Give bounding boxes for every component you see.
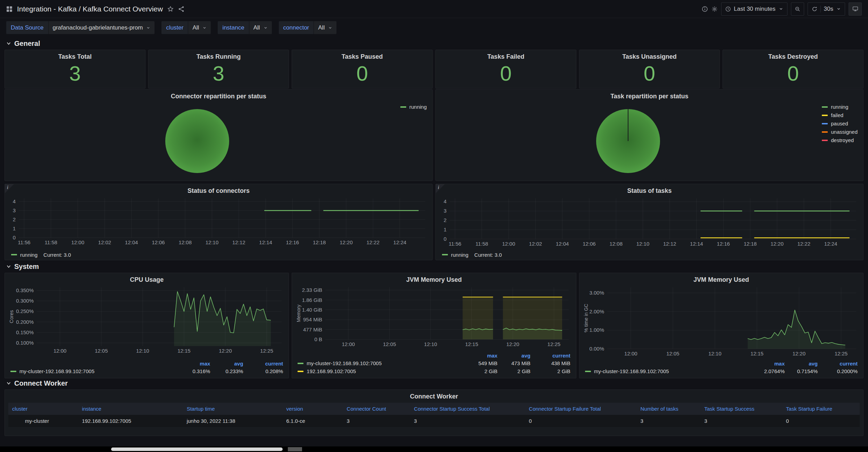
cluster-picker[interactable]: All [188,21,211,34]
column-header-instance[interactable]: instance [78,403,183,415]
legend-avg-value: 2 GiB [498,368,531,374]
legend-header-current[interactable]: current [531,352,570,359]
pie-panel-connector-status: Connector repartition per status running [5,89,433,181]
legend-header-avg[interactable]: avg [785,360,818,367]
refresh-interval-control[interactable]: 30s [808,2,845,16]
cell-number-of-tasks: 3 [637,415,701,427]
panel-title[interactable]: CPU Usage [5,273,289,285]
column-header-startup-time[interactable]: Startup time [183,403,283,415]
stat-value: 3 [5,61,145,88]
settings-gear-icon[interactable] [711,6,718,12]
column-header-task-startup-failure[interactable]: Task Startup Failure [782,403,860,415]
legend-item-failed[interactable]: failed [822,112,858,118]
bottom-bar-block[interactable] [288,447,302,451]
panel-title[interactable]: Tasks Paused [292,50,432,61]
legend-current-value: 0.2000% [818,368,858,374]
section-connect-worker[interactable]: Connect Worker [0,377,868,389]
info-icon[interactable] [702,6,708,12]
legend-header-current[interactable]: current [243,360,283,367]
share-icon[interactable] [178,6,184,12]
jvm-memory-chart[interactable]: 0 B477 MiB954 MiB1.40 GiB1.86 GiB2.33 Gi… [295,285,573,351]
panel-title[interactable]: Connector repartition per status [5,90,432,101]
svg-text:3.00%: 3.00% [589,290,604,296]
legend-label[interactable]: running [451,252,468,258]
status-of-connectors-chart[interactable]: 0123411:5611:5812:0012:0212:0412:0612:08… [8,196,429,249]
panel-title[interactable]: Task repartition per status [436,90,863,101]
task-status-pie-chart[interactable] [596,109,660,173]
table-header-row: cluster instance Startup time version Co… [8,403,860,415]
legend-label: unassigned [831,129,858,135]
legend-header-avg[interactable]: avg [210,360,243,367]
cpu-usage-chart[interactable]: 0.100%0.150%0.200%0.250%0.300%0.350%12:0… [8,285,286,359]
panel-title[interactable]: Status of tasks [436,184,863,196]
table-row: my-cluster 192.168.99.102:7005 junho 30,… [8,415,860,427]
svg-text:12:08: 12:08 [178,239,192,245]
legend-series-name[interactable]: my-cluster-192.168.99.102:7005 [585,368,746,374]
legend-item-unassigned[interactable]: unassigned [822,129,858,135]
svg-text:1.00%: 1.00% [589,327,604,333]
bottom-bar-segment[interactable] [111,447,283,451]
panel-title[interactable]: JVM Memory Used [292,273,576,285]
legend-max-value: 2.0764% [746,368,785,374]
star-icon[interactable] [167,6,174,12]
panel-title[interactable]: Status of connectors [5,184,432,196]
datasource-picker[interactable]: grafanacloud-gabrielantunes-prom [49,21,155,34]
legend-series-name[interactable]: my-cluster-192.168.99.102:7005 [298,360,459,366]
svg-text:12:05: 12:05 [95,348,108,354]
cell-cluster: my-cluster [8,415,78,427]
connector-picker[interactable]: All [314,21,336,34]
column-header-number-of-tasks[interactable]: Number of tasks [637,403,701,415]
section-general[interactable]: General [0,37,868,50]
apps-grid-icon[interactable] [6,6,12,12]
status-of-tasks-chart[interactable]: 0123411:5611:5812:0012:0212:0412:0612:08… [439,196,860,249]
column-header-version[interactable]: version [283,403,343,415]
time-range-picker[interactable]: Last 30 minutes [721,2,787,16]
kiosk-mode-button[interactable] [849,2,862,16]
panel-title[interactable]: JVM Memory Used [579,273,863,285]
legend-header-current[interactable]: current [818,360,858,367]
chart-legend-table: max avg current my-cluster-192.168.99.10… [579,359,863,378]
legend-header-max[interactable]: max [746,360,785,367]
column-header-connector-count[interactable]: Connector Count [343,403,410,415]
panel-title[interactable]: Tasks Unassigned [579,50,720,61]
instance-picker[interactable]: All [249,21,272,34]
legend-header-max[interactable]: max [172,360,210,367]
legend-label[interactable]: running [20,252,37,258]
panel-info-corner[interactable] [5,184,14,193]
legend-item-destroyed[interactable]: destroyed [822,137,858,143]
panel-title[interactable]: Tasks Destroyed [723,50,863,61]
zoom-out-button[interactable] [791,2,804,16]
svg-text:12:10: 12:10 [206,239,219,245]
legend-header-avg[interactable]: avg [498,352,531,359]
legend-series-name[interactable]: my-cluster-192.168.99.102:7005 [10,368,172,374]
column-header-connector-startup-failure[interactable]: Connector Startup Failure Total [525,403,636,415]
panel-title[interactable]: Tasks Total [5,50,145,61]
legend-item-paused[interactable]: paused [822,121,858,126]
connector-status-pie-chart[interactable] [165,109,229,173]
cpu-usage-panel: CPU Usage 0.100%0.150%0.200%0.250%0.300%… [5,273,289,378]
legend-item-running[interactable]: running [400,104,427,110]
svg-text:3: 3 [13,207,16,213]
panel-info-icon[interactable]: i [7,185,8,190]
legend-swatch [400,106,406,108]
svg-text:0.250%: 0.250% [16,308,34,314]
legend-swatch [442,254,448,255]
legend-item-running[interactable]: running [822,104,858,110]
panel-info-icon[interactable]: i [438,185,439,190]
legend-header-max[interactable]: max [459,352,498,359]
column-header-task-startup-success[interactable]: Task Startup Success [700,403,782,415]
cell-version: 6.1.0-ce [283,415,343,427]
dashboard-breadcrumb[interactable]: Integration - Kafka / Kafka Connect Over… [17,5,163,13]
svg-text:12:10: 12:10 [636,241,650,247]
legend-series-name[interactable]: 192.168.99.102:7005 [298,368,459,374]
jvm-gc-chart[interactable]: 0.00%1.00%2.00%3.00%12:0012:0512:1012:15… [582,285,860,359]
column-header-cluster[interactable]: cluster [8,403,78,415]
panel-info-corner[interactable] [436,184,445,193]
section-system[interactable]: System [0,260,868,273]
column-header-connector-startup-success[interactable]: Connector Startup Success Total [410,403,525,415]
divider [820,6,821,13]
panel-title[interactable]: Tasks Failed [436,50,576,61]
panel-title[interactable]: Tasks Running [149,50,289,61]
panel-title[interactable]: Connect Worker [5,390,863,401]
legend-swatch [822,123,828,124]
